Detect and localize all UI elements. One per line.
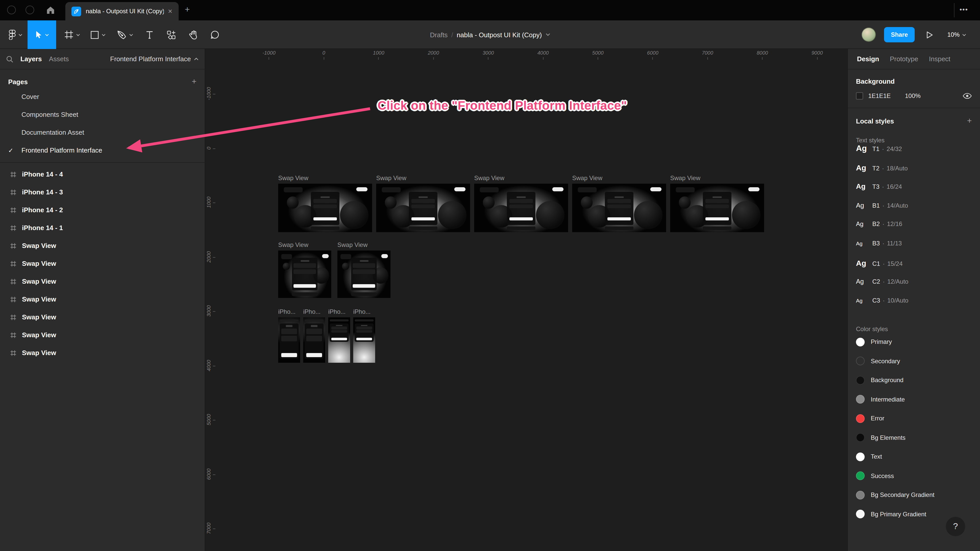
window-menu-icon[interactable]: •••	[959, 6, 968, 13]
home-icon[interactable]	[46, 6, 55, 15]
canvas-frame[interactable]: iPho...	[303, 308, 325, 363]
color-style-item[interactable]: Intermediate	[856, 390, 972, 409]
sidebar-frame-item[interactable]: Swap View	[0, 344, 205, 362]
frame-thumbnail[interactable]	[278, 184, 372, 232]
sidebar-page-item[interactable]: ✓ Cover	[0, 88, 205, 106]
color-style-item[interactable]: Text	[856, 447, 972, 466]
frame-thumbnail[interactable]	[278, 251, 331, 298]
frame-title[interactable]: Swap View	[278, 175, 372, 182]
zoom-menu[interactable]: 10%	[947, 21, 966, 49]
user-avatar[interactable]	[862, 27, 876, 42]
present-play-icon[interactable]	[926, 31, 933, 39]
canvas-frame[interactable]: Swap View	[572, 175, 666, 232]
components-tool-button[interactable]	[161, 21, 181, 49]
frame-thumbnail[interactable]	[572, 184, 666, 232]
share-button[interactable]: Share	[884, 27, 915, 42]
add-page-button[interactable]: +	[192, 77, 197, 86]
canvas-frame[interactable]: iPho...	[353, 308, 375, 363]
move-tool-button[interactable]	[27, 21, 56, 49]
canvas-frame[interactable]: iPho...	[328, 308, 350, 363]
frame-title[interactable]: Swap View	[376, 175, 470, 182]
tab-inspect[interactable]: Inspect	[929, 55, 950, 63]
canvas-frame[interactable]: Swap View	[474, 175, 568, 232]
canvas-frame[interactable]: Swap View	[376, 175, 470, 232]
hand-tool-button[interactable]	[184, 21, 203, 49]
sidebar-frame-item[interactable]: Swap View	[0, 237, 205, 254]
frame-title[interactable]: Swap View	[278, 241, 331, 248]
text-style-item[interactable]: Ag C3 · 10/Auto	[856, 297, 972, 316]
sidebar-frame-item[interactable]: Swap View	[0, 326, 205, 344]
frame-thumbnail[interactable]	[376, 184, 470, 232]
sidebar-frame-item[interactable]: iPhone 14 - 2	[0, 201, 205, 219]
text-style-item[interactable]: Ag B3 · 11/13	[856, 240, 972, 259]
close-tab-icon[interactable]: ✕	[168, 8, 172, 14]
frame-thumbnail[interactable]	[337, 251, 390, 298]
pen-tool-button[interactable]	[113, 21, 137, 49]
text-style-item[interactable]: Ag C1 · 15/24	[856, 259, 972, 278]
canvas-frame[interactable]: iPho...	[278, 308, 300, 363]
canvas-frame[interactable]: Swap View	[278, 241, 331, 298]
window-control-icon[interactable]	[25, 6, 34, 14]
background-hex-value[interactable]: 1E1E1E	[868, 92, 905, 100]
sidebar-page-item[interactable]: ✓ Frontend Platform Interface	[0, 141, 205, 159]
frame-title[interactable]: Swap View	[337, 241, 390, 248]
window-control-icon[interactable]	[7, 6, 16, 14]
breadcrumb-project[interactable]: Drafts	[430, 31, 448, 38]
search-icon[interactable]	[6, 56, 13, 62]
chevron-down-icon[interactable]	[546, 33, 550, 36]
frame-tool-button[interactable]	[61, 21, 83, 49]
color-style-item[interactable]: Error	[856, 409, 972, 428]
sidebar-frame-item[interactable]: iPhone 14 - 4	[0, 165, 205, 183]
sidebar-page-item[interactable]: ✓ Components Sheet	[0, 106, 205, 124]
canvas[interactable]: -1000 0 1000 2000 3000	[205, 49, 847, 551]
tab-prototype[interactable]: Prototype	[890, 55, 918, 63]
background-color-swatch[interactable]	[856, 92, 863, 100]
color-style-item[interactable]: Secondary	[856, 351, 972, 371]
color-style-item[interactable]: Bg Elements	[856, 428, 972, 447]
color-style-item[interactable]: Success	[856, 466, 972, 486]
canvas-frame[interactable]: Swap View	[278, 175, 372, 232]
text-style-item[interactable]: Ag T3 · 16/24	[856, 182, 972, 201]
text-tool-button[interactable]	[141, 21, 158, 49]
sidebar-frame-item[interactable]: Swap View	[0, 272, 205, 290]
text-style-item[interactable]: Ag B2 · 12/16	[856, 221, 972, 240]
frame-thumbnail[interactable]	[670, 184, 764, 232]
sidebar-frame-item[interactable]: Swap View	[0, 254, 205, 272]
new-tab-button[interactable]: +	[185, 5, 190, 15]
page-selector[interactable]: Frontend Platform Interface	[110, 55, 199, 63]
text-style-item[interactable]: Ag C2 · 12/Auto	[856, 278, 972, 297]
frame-thumbnail[interactable]	[278, 318, 300, 363]
text-style-item[interactable]: Ag T2 · 18/Auto	[856, 163, 972, 182]
frame-title[interactable]: iPho...	[278, 308, 300, 315]
tab-assets[interactable]: Assets	[49, 55, 69, 63]
color-style-item[interactable]: Primary	[856, 332, 972, 351]
shape-tool-button[interactable]	[87, 21, 109, 49]
tab-design[interactable]: Design	[857, 55, 879, 63]
file-tab[interactable]: nabla - Outpost UI Kit (Copy) ✕	[65, 2, 179, 21]
frame-thumbnail[interactable]	[303, 318, 325, 363]
frame-title[interactable]: Swap View	[572, 175, 666, 182]
background-opacity-value[interactable]: 100%	[905, 92, 931, 100]
sidebar-frame-item[interactable]: iPhone 14 - 3	[0, 183, 205, 201]
frame-title[interactable]: iPho...	[303, 308, 325, 315]
frame-thumbnail[interactable]	[328, 318, 350, 363]
frame-thumbnail[interactable]	[474, 184, 568, 232]
text-style-item[interactable]: Ag T1 · 24/32	[856, 144, 972, 163]
frame-title[interactable]: Swap View	[670, 175, 764, 182]
main-menu-button[interactable]	[5, 21, 25, 49]
sidebar-page-item[interactable]: ✓ Documentation Asset	[0, 124, 205, 141]
tab-layers[interactable]: Layers	[21, 55, 42, 63]
sidebar-frame-item[interactable]: Swap View	[0, 290, 205, 308]
canvas-frame[interactable]: Swap View	[337, 241, 390, 298]
sidebar-frame-item[interactable]: iPhone 14 - 1	[0, 219, 205, 237]
canvas-frame[interactable]: Swap View	[670, 175, 764, 232]
help-button[interactable]: ?	[946, 517, 965, 536]
frame-thumbnail[interactable]	[353, 318, 375, 363]
comment-tool-button[interactable]	[205, 21, 224, 49]
color-style-item[interactable]: Bg Secondary Gradient	[856, 486, 972, 505]
frame-title[interactable]: iPho...	[353, 308, 375, 315]
frame-title[interactable]: iPho...	[328, 308, 350, 315]
text-style-item[interactable]: Ag B1 · 14/Auto	[856, 201, 972, 221]
eye-icon[interactable]	[963, 93, 972, 99]
add-style-button[interactable]: +	[967, 116, 972, 125]
